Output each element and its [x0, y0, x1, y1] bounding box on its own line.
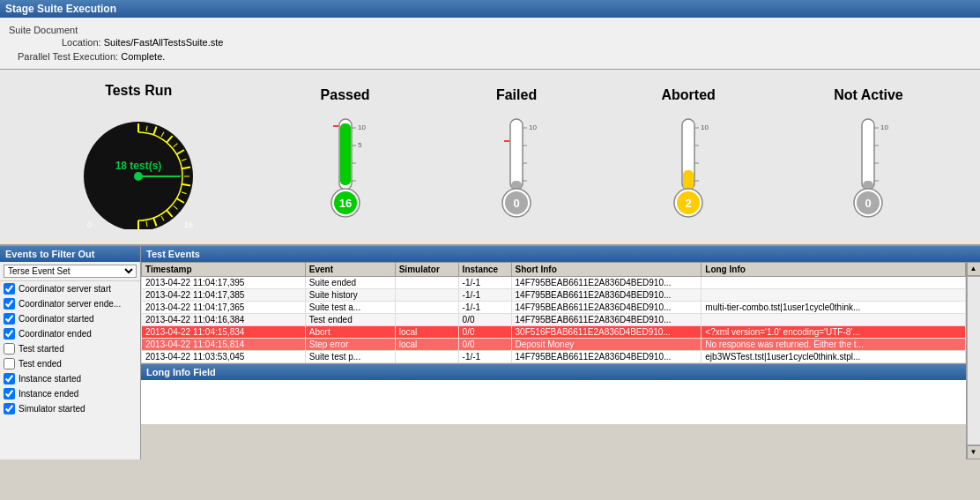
cell-event: Step error — [305, 339, 395, 351]
col-long-info: Long Info — [702, 263, 966, 277]
events-table: Timestamp Event Simulator Instance Short… — [141, 262, 966, 363]
events-panel-header: Test Events — [141, 246, 980, 262]
table-row[interactable]: 2013-04-22 11:04:15,814Step errorlocal0/… — [142, 339, 966, 351]
filter-item-label[interactable]: Coordinator server ende... — [19, 299, 121, 309]
filter-item-label[interactable]: Simulator started — [19, 404, 85, 414]
cell-instance: -1/-1 — [458, 351, 511, 363]
not-active-thermometer: 10 0 — [842, 110, 895, 225]
filter-checkbox[interactable] — [4, 298, 15, 310]
filter-dropdown-select[interactable]: Terse Event Set — [4, 265, 137, 278]
svg-text:5: 5 — [358, 141, 362, 149]
svg-rect-27 — [340, 123, 351, 185]
failed-gauge: Failed 10 0 — [490, 87, 543, 227]
tests-run-gauge: Tests Run — [77, 83, 200, 231]
table-row[interactable]: 2013-04-22 11:04:15,834Abortlocal0/030F5… — [142, 326, 966, 339]
filter-checkbox[interactable] — [4, 358, 15, 369]
passed-gauge: Passed 10 5 16 — [319, 87, 372, 227]
events-header-label: Test Events — [146, 249, 200, 259]
location-value: Suites/FastAllTestsSuite.ste — [104, 37, 224, 48]
filter-item-label[interactable]: Test started — [19, 344, 64, 354]
cell-event: Suite history — [305, 289, 395, 302]
filter-item-label[interactable]: Instance ended — [19, 389, 78, 399]
filter-checkbox[interactable] — [4, 403, 15, 414]
table-row[interactable]: 2013-04-22 11:04:16,384Test ended0/014F7… — [142, 314, 966, 326]
svg-rect-50 — [683, 170, 694, 190]
svg-rect-59 — [862, 119, 874, 190]
cell-event: Suite test a... — [305, 302, 395, 314]
svg-text:10: 10 — [529, 123, 537, 131]
scroll-down-btn[interactable]: ▼ — [967, 445, 981, 459]
cell-short-info: 14F795BEAB6611E2A836D4BED910... — [511, 302, 702, 314]
scroll-track[interactable] — [967, 276, 981, 445]
filter-checkbox[interactable] — [4, 328, 15, 340]
top-section: Suite Document Location: Suites/FastAllT… — [0, 18, 980, 70]
table-row[interactable]: 2013-04-22 11:04:17,365Suite test a...-1… — [142, 302, 966, 314]
filter-item: Instance ended — [0, 386, 140, 401]
cell-event: Suite ended — [305, 277, 395, 289]
filter-checkbox[interactable] — [4, 373, 15, 384]
filter-checkbox[interactable] — [4, 283, 15, 295]
filter-checkbox[interactable] — [4, 388, 15, 399]
filter-checkbox[interactable] — [4, 343, 15, 354]
svg-text:18: 18 — [184, 220, 193, 229]
cell-timestamp: 2013-04-22 11:03:53,045 — [142, 351, 306, 363]
filter-dropdown[interactable]: Terse Event Set — [0, 262, 140, 281]
cell-event: Test ended — [305, 314, 395, 326]
gauges-section: Tests Run — [0, 70, 980, 246]
cell-long-info — [702, 277, 966, 289]
cell-instance: -1/-1 — [458, 302, 511, 314]
table-row[interactable]: 2013-04-22 11:04:17,395Suite ended-1/-11… — [142, 277, 966, 289]
cell-short-info: 30F516FBAB6611E2A836D4BED910... — [511, 326, 702, 339]
col-event: Event — [305, 263, 395, 277]
cell-long-info: ejb3WSTest.tst|1user1cycle0think.stpl... — [702, 351, 966, 363]
cell-long-info — [702, 289, 966, 302]
cell-instance: -1/-1 — [458, 289, 511, 302]
title-label: Stage Suite Execution — [5, 3, 116, 15]
long-info-content[interactable] — [141, 380, 966, 424]
cell-timestamp: 2013-04-22 11:04:17,365 — [142, 302, 306, 314]
cell-timestamp: 2013-04-22 11:04:16,384 — [142, 314, 306, 326]
speedometer-svg: 0 18 18 test(s) — [77, 106, 200, 229]
filter-item: Coordinator server ende... — [0, 296, 140, 311]
filter-panel: Events to Filter Out Terse Event Set Coo… — [0, 246, 141, 459]
filter-item-label[interactable]: Coordinator started — [19, 314, 94, 324]
tests-run-title: Tests Run — [77, 83, 200, 99]
filter-item: Test ended — [0, 356, 140, 371]
location-label: Location: — [62, 37, 101, 48]
svg-text:10: 10 — [358, 123, 366, 131]
events-tbody: 2013-04-22 11:04:17,395Suite ended-1/-11… — [142, 277, 966, 363]
long-info-title: Long Info Field — [146, 367, 216, 377]
svg-rect-38 — [510, 119, 523, 190]
cell-simulator — [395, 351, 458, 363]
svg-text:0: 0 — [513, 197, 519, 210]
aborted-thermometer: 10 2 — [662, 110, 715, 225]
aborted-gauge: Aborted 10 2 — [661, 87, 715, 227]
table-row[interactable]: 2013-04-22 11:04:17,385Suite history-1/-… — [142, 289, 966, 302]
cell-long-info: multi-tier-combo.tst|1user1cycle0think..… — [702, 302, 966, 314]
svg-text:10: 10 — [880, 123, 888, 131]
filter-item-label[interactable]: Coordinator ended — [19, 329, 92, 339]
filter-checkbox[interactable] — [4, 313, 15, 325]
cell-simulator — [395, 289, 458, 302]
not-active-gauge: Not Active 10 0 — [834, 87, 903, 227]
filter-item-label[interactable]: Test ended — [19, 359, 62, 369]
passed-thermometer: 10 5 16 — [319, 110, 372, 225]
aborted-title: Aborted — [661, 87, 715, 103]
long-info-header: Long Info Field — [141, 364, 966, 380]
filter-item-label[interactable]: Coordinator server start — [19, 284, 111, 294]
cell-long-info: <?xml version='1.0' encoding='UTF-8'... — [702, 326, 966, 339]
cell-event: Suite test p... — [305, 351, 395, 363]
col-short-info: Short Info — [511, 263, 702, 277]
table-row[interactable]: 2013-04-22 11:03:53,045Suite test p...-1… — [142, 351, 966, 363]
svg-text:0: 0 — [865, 197, 872, 210]
scroll-up-btn[interactable]: ▲ — [967, 262, 981, 276]
filter-items: Coordinator server startCoordinator serv… — [0, 281, 140, 416]
col-timestamp: Timestamp — [142, 263, 306, 277]
filter-item-label[interactable]: Instance started — [19, 374, 81, 384]
cell-short-info: 14F795BEAB6611E2A836D4BED910... — [511, 289, 702, 302]
cell-short-info: 14F795BEAB6611E2A836D4BED910... — [511, 277, 702, 289]
cell-simulator — [395, 277, 458, 289]
col-instance: Instance — [458, 263, 511, 277]
cell-instance: 0/0 — [458, 339, 511, 351]
scrollbar-area[interactable]: ▲ ▼ — [966, 262, 980, 459]
